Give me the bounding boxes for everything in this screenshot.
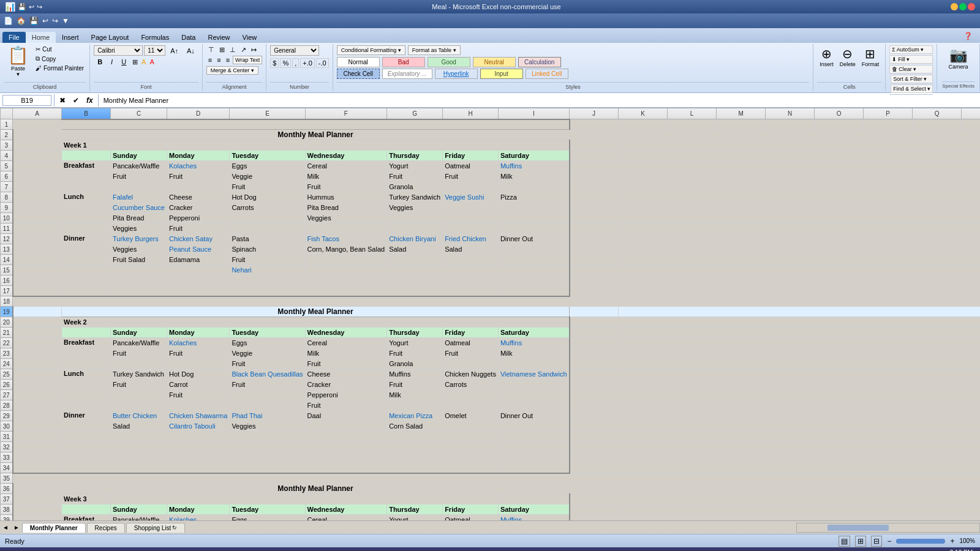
- cell-i37[interactable]: [498, 494, 569, 504]
- cell-d9[interactable]: Cracker: [167, 203, 230, 213]
- cell-e3[interactable]: [230, 140, 305, 151]
- cell-f9[interactable]: Pita Bread: [305, 203, 387, 213]
- cell-f30[interactable]: [305, 421, 387, 432]
- cell-i14[interactable]: [498, 255, 569, 265]
- link-chicken-shawarma[interactable]: Chicken Shawarma: [169, 412, 227, 419]
- col-header-a[interactable]: A: [13, 108, 62, 119]
- cell-c11[interactable]: Veggies: [111, 223, 167, 234]
- cell-g7[interactable]: Granola: [387, 182, 443, 192]
- cell-e6[interactable]: Veggie: [230, 171, 305, 182]
- cell-b5-breakfast[interactable]: Breakfast: [62, 161, 111, 171]
- col-header-r[interactable]: R: [962, 108, 980, 119]
- cell-a6[interactable]: [13, 171, 62, 182]
- style-calculation[interactable]: Calculation: [518, 57, 561, 67]
- cell-f3[interactable]: [305, 140, 387, 151]
- cell-f28[interactable]: Fruit: [305, 400, 387, 411]
- cell-h25[interactable]: Chicken Nuggets: [443, 369, 499, 380]
- cell-i27[interactable]: [498, 390, 569, 400]
- link-fried-chicken[interactable]: Fried Chicken: [445, 235, 486, 242]
- maximize-btn[interactable]: [959, 3, 967, 10]
- cell-h4-friday[interactable]: Friday: [443, 151, 499, 161]
- style-check-cell[interactable]: Check Cell: [337, 69, 380, 79]
- cell-h3[interactable]: [443, 140, 499, 151]
- delete-button[interactable]: ⊖ Delete: [837, 45, 858, 69]
- cell-e27[interactable]: [230, 390, 305, 400]
- merge-center-button[interactable]: Merge & Center ▾: [206, 66, 258, 75]
- grid-scroll[interactable]: A B C D E F G H I J K L M N O: [0, 108, 980, 520]
- insert-button[interactable]: ⊕ Insert: [817, 45, 836, 69]
- col-header-o[interactable]: O: [815, 108, 864, 119]
- cell-a27[interactable]: [13, 390, 62, 400]
- name-box[interactable]: [2, 95, 51, 106]
- cell-h9[interactable]: [443, 203, 499, 213]
- col-header-b[interactable]: B: [62, 108, 111, 119]
- cell-d4-monday[interactable]: Monday: [167, 151, 230, 161]
- cell-f10[interactable]: Veggies: [305, 213, 387, 223]
- tab-view[interactable]: View: [236, 32, 263, 43]
- cell-b11[interactable]: [62, 223, 111, 234]
- style-neutral[interactable]: Neutral: [473, 57, 516, 67]
- col-header-d[interactable]: D: [167, 108, 230, 119]
- qa-redo-icon[interactable]: ↪: [51, 15, 59, 26]
- cell-e11[interactable]: [230, 223, 305, 234]
- cell-b4[interactable]: [62, 151, 111, 161]
- cell-b30[interactable]: [62, 421, 111, 432]
- cell-b1[interactable]: [62, 119, 570, 130]
- cell-f15[interactable]: [305, 265, 387, 276]
- cell-d22[interactable]: Kolaches: [167, 338, 230, 348]
- cell-c7[interactable]: [111, 182, 167, 192]
- cell-i6[interactable]: Milk: [498, 171, 569, 182]
- increase-font-btn[interactable]: A↑: [167, 46, 182, 56]
- tab-review[interactable]: Review: [202, 32, 236, 43]
- decrease-decimal-icon[interactable]: -.0: [316, 58, 329, 68]
- cell-e9[interactable]: Carrots: [230, 203, 305, 213]
- cell-a5[interactable]: [13, 161, 62, 171]
- cell-j10[interactable]: [570, 213, 619, 223]
- cell-a23[interactable]: [13, 348, 62, 359]
- cell-j11[interactable]: [570, 223, 619, 234]
- cell-h29[interactable]: Omelet: [443, 411, 499, 421]
- cell-c15[interactable]: [111, 265, 167, 276]
- align-center-icon[interactable]: ≡: [215, 56, 222, 64]
- cell-c24[interactable]: [111, 359, 167, 369]
- cell-d5[interactable]: Kolaches: [167, 161, 230, 171]
- cell-d15[interactable]: [167, 265, 230, 276]
- cell-g12[interactable]: Chicken Biryani: [387, 234, 443, 244]
- cell-a4[interactable]: [13, 151, 62, 161]
- col-header-h[interactable]: H: [443, 108, 499, 119]
- cell-e8[interactable]: Hot Dog: [230, 192, 305, 203]
- cell-e22[interactable]: Eggs: [230, 338, 305, 348]
- cell-f21[interactable]: Wednesday: [305, 328, 387, 338]
- cell-b10[interactable]: [62, 213, 111, 223]
- horizontal-scrollbar[interactable]: [796, 523, 980, 533]
- col-header-l[interactable]: L: [668, 108, 717, 119]
- cell-b29[interactable]: Dinner: [62, 411, 111, 421]
- cell-h10[interactable]: [443, 213, 499, 223]
- style-hyperlink[interactable]: Hyperlink: [435, 69, 478, 79]
- zoom-in-icon[interactable]: +: [950, 537, 954, 545]
- help-icon[interactable]: ❓: [959, 29, 978, 43]
- title-cell-week2[interactable]: Monthly Meal Planner: [62, 307, 570, 317]
- style-explanatory[interactable]: Explanatory ...: [382, 69, 432, 79]
- cell-i9[interactable]: [498, 203, 569, 213]
- cell-i5[interactable]: Muffins: [498, 161, 569, 171]
- cell-g6[interactable]: Fruit: [387, 171, 443, 182]
- cell-a16[interactable]: [13, 276, 62, 286]
- style-good[interactable]: Good: [428, 57, 470, 67]
- find-select-button[interactable]: Find & Select ▾: [891, 84, 933, 93]
- cell-j2[interactable]: [570, 130, 619, 140]
- cell-d6[interactable]: Fruit: [167, 171, 230, 182]
- cell-c8[interactable]: Falafel: [111, 192, 167, 203]
- cell-d29[interactable]: Chicken Shawarma: [167, 411, 230, 421]
- qa-file-icon[interactable]: 📄: [2, 15, 14, 26]
- cell-a15[interactable]: [13, 265, 62, 276]
- minimize-btn[interactable]: [951, 3, 958, 10]
- cell-h14[interactable]: [443, 255, 499, 265]
- cell-g23[interactable]: Fruit: [387, 348, 443, 359]
- cell-a14[interactable]: [13, 255, 62, 265]
- style-input[interactable]: Input: [480, 69, 523, 79]
- cell-d3[interactable]: [167, 140, 230, 151]
- cell-e12[interactable]: Pasta: [230, 234, 305, 244]
- cell-m1[interactable]: [717, 119, 766, 130]
- cell-d26[interactable]: Carrot: [167, 380, 230, 390]
